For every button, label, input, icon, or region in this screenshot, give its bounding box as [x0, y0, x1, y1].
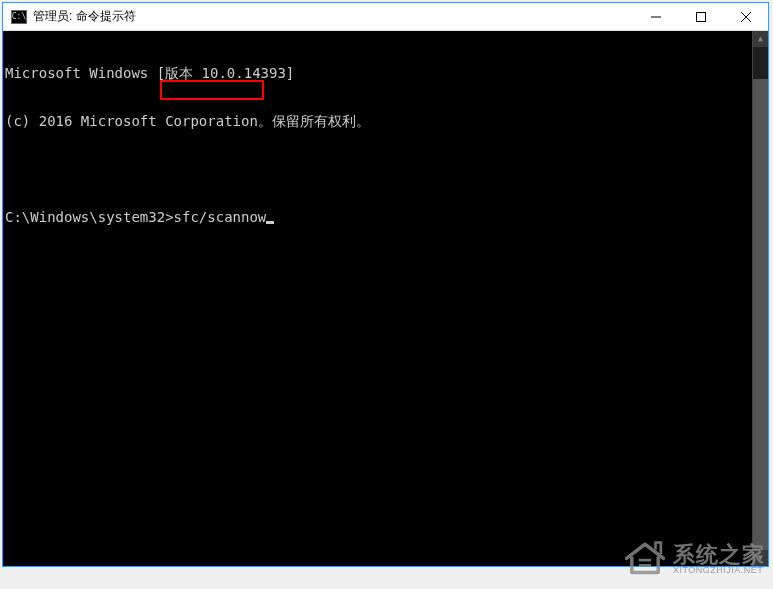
window-controls: [633, 3, 768, 30]
watermark-brand: 系统之家: [673, 543, 765, 566]
terminal-output-line: Microsoft Windows [版本 10.0.14393]: [5, 65, 766, 81]
scrollbar-vertical[interactable]: ▲ ▼: [752, 31, 768, 566]
watermark: 系统之家 XITONGZHIJIA.NET: [623, 537, 765, 581]
terminal-command: sfc/scannow: [174, 209, 267, 225]
close-button[interactable]: [723, 3, 768, 30]
house-icon: [623, 537, 667, 581]
terminal-output-line: (c) 2016 Microsoft Corporation。保留所有权利。: [5, 113, 766, 129]
svg-rect-1: [696, 12, 705, 21]
terminal-area[interactable]: Microsoft Windows [版本 10.0.14393] (c) 20…: [3, 31, 768, 566]
terminal-cursor: [266, 221, 274, 224]
highlight-annotation: [160, 80, 264, 100]
scroll-up-button[interactable]: ▲: [753, 31, 768, 47]
minimize-button[interactable]: [633, 3, 678, 30]
scrollbar-thumb[interactable]: [753, 79, 768, 566]
terminal-prompt: C:\Windows\system32>: [5, 209, 174, 225]
terminal-prompt-line: C:\Windows\system32>sfc/scannow: [5, 209, 766, 225]
watermark-url: XITONGZHIJIA.NET: [673, 566, 765, 575]
terminal-blank-line: [5, 161, 766, 177]
scrollbar-track[interactable]: [753, 47, 768, 550]
watermark-text: 系统之家 XITONGZHIJIA.NET: [673, 543, 765, 576]
cmd-icon: C:\: [11, 10, 27, 24]
maximize-button[interactable]: [678, 3, 723, 30]
titlebar[interactable]: C:\ 管理员: 命令提示符: [3, 3, 768, 31]
command-prompt-window: C:\ 管理员: 命令提示符 Microsoft Windows [版本 10.…: [2, 2, 769, 567]
window-title: 管理员: 命令提示符: [33, 8, 633, 25]
